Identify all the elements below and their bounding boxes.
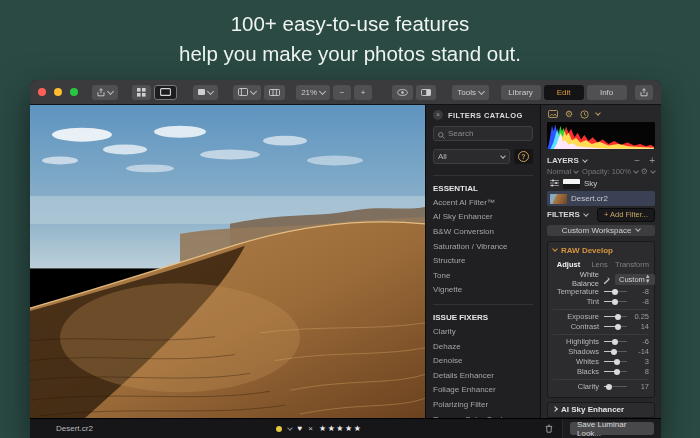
catalog-filter-item[interactable]: Accent AI Filter™ bbox=[433, 195, 533, 210]
chevron-down-icon bbox=[319, 87, 326, 94]
catalog-filter-item[interactable]: Vignette bbox=[433, 283, 533, 298]
catalog-help-button[interactable]: ? bbox=[514, 149, 533, 164]
slider-track[interactable] bbox=[604, 386, 627, 387]
catalog-filter-item[interactable]: Details Enhancer bbox=[433, 368, 533, 383]
quick-preview-button[interactable] bbox=[392, 85, 413, 100]
share-button[interactable] bbox=[635, 85, 653, 100]
zoom-level-dropdown[interactable]: 21% bbox=[296, 85, 330, 100]
window-close-button[interactable] bbox=[38, 88, 46, 96]
favorite-heart-icon[interactable]: ♥ bbox=[298, 424, 303, 433]
slider-track[interactable] bbox=[604, 371, 627, 372]
raw-develop-tab[interactable]: Lens bbox=[584, 258, 615, 271]
catalog-filter-dropdown[interactable]: All bbox=[433, 149, 510, 164]
color-label-dot[interactable] bbox=[276, 426, 282, 432]
image-info-icon[interactable] bbox=[548, 110, 558, 118]
close-catalog-icon[interactable]: × bbox=[433, 110, 443, 120]
slider-handle[interactable] bbox=[612, 339, 618, 345]
catalog-filter-item[interactable]: Structure bbox=[433, 253, 533, 268]
opacity-dropdown[interactable]: Opacity: 100% bbox=[582, 167, 631, 176]
raw-develop-tab[interactable]: Transform bbox=[615, 258, 649, 271]
chevron-down-icon bbox=[633, 168, 639, 174]
slider-handle[interactable] bbox=[615, 324, 621, 330]
slider-track[interactable] bbox=[604, 301, 627, 302]
save-luminar-look-button[interactable]: Save Luminar Look... bbox=[570, 422, 654, 435]
grid-view-button[interactable] bbox=[132, 85, 151, 100]
catalog-filter-item[interactable]: Denoise bbox=[433, 353, 533, 368]
export-button[interactable] bbox=[92, 85, 118, 100]
marketing-page: 100+ easy-to-use features help you make … bbox=[0, 0, 700, 438]
mode-tab[interactable]: Edit bbox=[544, 85, 584, 100]
slider-handle[interactable] bbox=[614, 359, 620, 365]
layer-row[interactable]: Desert.cr2 bbox=[547, 191, 655, 206]
workspace-dropdown[interactable]: Custom Workspace bbox=[547, 225, 655, 236]
layer-name: Desert.cr2 bbox=[571, 194, 608, 203]
window-fullscreen-button[interactable] bbox=[70, 88, 78, 96]
slider-track[interactable] bbox=[604, 291, 627, 292]
eye-icon bbox=[397, 89, 408, 96]
thumbnail-size-button[interactable] bbox=[193, 85, 218, 100]
chevron-down-icon bbox=[583, 211, 589, 217]
catalog-filter-item[interactable]: B&W Conversion bbox=[433, 224, 533, 239]
layer-settings-gear-icon[interactable]: ⚙ bbox=[641, 167, 648, 176]
catalog-filter-item[interactable]: Dehaze bbox=[433, 339, 533, 354]
slider-label: Shadows bbox=[553, 347, 599, 356]
slider-handle[interactable] bbox=[614, 369, 620, 375]
blend-mode-dropdown[interactable]: Normal bbox=[547, 167, 571, 176]
mode-tab[interactable]: Library bbox=[501, 85, 541, 100]
slider-track[interactable] bbox=[604, 341, 627, 342]
ai-sky-enhancer-header[interactable]: AI Sky Enhancer bbox=[547, 402, 655, 418]
catalog-filter-item[interactable]: Clarity bbox=[433, 324, 533, 339]
history-icon[interactable] bbox=[580, 110, 589, 119]
tools-menu-button[interactable]: Tools bbox=[452, 85, 489, 100]
add-filter-button[interactable]: + Add Filter... bbox=[597, 208, 655, 222]
photo-canvas[interactable] bbox=[30, 105, 425, 418]
mode-tab[interactable]: Info bbox=[587, 85, 627, 100]
slider-handle[interactable] bbox=[612, 299, 618, 305]
hero-line1: 100+ easy-to-use features bbox=[0, 9, 700, 39]
reject-icon[interactable]: × bbox=[308, 424, 313, 433]
zoom-in-button[interactable]: + bbox=[354, 85, 372, 100]
catalog-filter-item[interactable]: Polarizing Filter bbox=[433, 397, 533, 412]
zoom-out-button[interactable]: − bbox=[333, 85, 351, 100]
slider-label: Blacks bbox=[553, 367, 599, 376]
catalog-filter-item[interactable]: AI Sky Enhancer bbox=[433, 210, 533, 225]
slider-track[interactable] bbox=[604, 361, 627, 362]
layer-row[interactable]: Sky bbox=[547, 176, 655, 191]
main-area: × FILTERS CATALOG All ? bbox=[30, 105, 661, 418]
raw-develop-header[interactable]: RAW Develop bbox=[553, 245, 649, 256]
add-layer-button[interactable]: + bbox=[649, 155, 655, 166]
raw-develop-tab[interactable]: Adjust bbox=[553, 258, 584, 271]
catalog-filter-item[interactable]: Saturation / Vibrance bbox=[433, 239, 533, 254]
slider-handle[interactable] bbox=[615, 314, 621, 320]
slider-track[interactable] bbox=[604, 351, 627, 352]
filter-slider-row: Highlights -6 bbox=[553, 337, 649, 347]
filters-search-field[interactable] bbox=[433, 126, 533, 141]
slider-track[interactable] bbox=[604, 326, 627, 327]
eyedropper-icon[interactable] bbox=[603, 270, 611, 288]
star-rating[interactable]: ★★★★★ bbox=[319, 424, 362, 433]
side-panels-button[interactable] bbox=[233, 85, 261, 100]
white-balance-dropdown[interactable]: Custom ▲▼ bbox=[615, 274, 655, 285]
workspace-value: Custom Workspace bbox=[562, 226, 632, 235]
slider-track[interactable] bbox=[604, 316, 627, 317]
slider-handle[interactable] bbox=[612, 289, 618, 295]
search-input[interactable] bbox=[448, 129, 528, 138]
catalog-filter-item[interactable]: Foliage Enhancer bbox=[433, 383, 533, 398]
catalog-filter-item[interactable]: Tone bbox=[433, 268, 533, 283]
window-minimize-button[interactable] bbox=[54, 88, 62, 96]
side-panels-icon bbox=[238, 88, 248, 96]
slider-label: Temperature bbox=[553, 287, 599, 296]
single-view-button[interactable] bbox=[154, 85, 177, 100]
trash-button[interactable] bbox=[545, 424, 553, 433]
slider-handle[interactable] bbox=[611, 349, 617, 355]
section-divider bbox=[433, 304, 533, 305]
slider-label: Clarity bbox=[553, 382, 599, 391]
compare-button[interactable] bbox=[416, 85, 436, 100]
gear-icon[interactable]: ⚙ bbox=[565, 109, 573, 119]
remove-layer-button[interactable]: − bbox=[634, 155, 640, 166]
slider-handle[interactable] bbox=[606, 384, 612, 390]
filmstrip-button[interactable] bbox=[264, 85, 285, 100]
zoom-out-label: − bbox=[340, 88, 345, 97]
chevron-down-icon bbox=[107, 87, 114, 94]
hero-headline: 100+ easy-to-use features help you make … bbox=[0, 9, 700, 69]
